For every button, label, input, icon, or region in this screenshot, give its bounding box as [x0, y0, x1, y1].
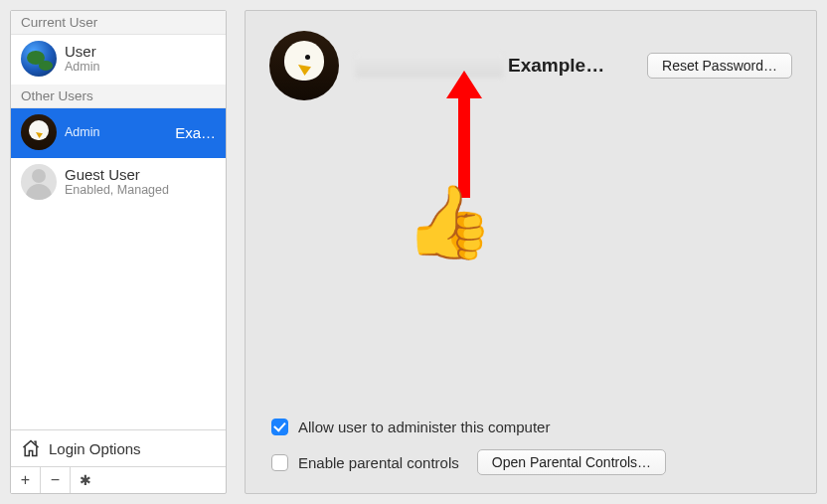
- other-user-1-name: Guest User: [65, 166, 169, 183]
- plus-icon: +: [21, 471, 30, 489]
- silhouette-avatar-icon: [21, 164, 57, 200]
- display-name-suffix: Example…: [508, 55, 604, 77]
- user-actions-button[interactable]: ✱: [71, 467, 100, 493]
- open-parental-controls-button[interactable]: Open Parental Controls…: [477, 449, 666, 475]
- other-user-0-name-extra: Exa…: [107, 124, 216, 141]
- minus-icon: −: [51, 471, 60, 489]
- other-user-0-role: Admin: [65, 125, 99, 139]
- home-icon: [21, 438, 41, 458]
- current-user-name: User: [65, 43, 99, 60]
- thumbs-up-icon: 👍: [405, 180, 494, 264]
- eagle-avatar-icon: [21, 114, 57, 150]
- other-user-1-role: Enabled, Managed: [65, 183, 169, 197]
- parental-controls-label: Enable parental controls: [298, 454, 459, 471]
- login-options-label: Login Options: [49, 440, 141, 457]
- allow-admin-label: Allow user to administer this computer: [298, 419, 550, 435]
- sidebar-toolbar: + − ✱: [11, 466, 226, 493]
- parental-controls-row[interactable]: Enable parental controls: [271, 454, 459, 471]
- user-detail-panel: Example… Reset Password… 👍 Allow user to…: [245, 10, 817, 494]
- current-user-header: Current User: [11, 11, 226, 35]
- reset-password-button[interactable]: Reset Password…: [647, 53, 792, 79]
- allow-admin-row[interactable]: Allow user to administer this computer: [271, 419, 792, 435]
- login-options-row[interactable]: Login Options: [11, 429, 226, 466]
- other-users-header: Other Users: [11, 84, 226, 108]
- current-user-row[interactable]: User Admin: [11, 35, 226, 84]
- add-user-button[interactable]: +: [11, 467, 41, 493]
- redacted-name: [355, 54, 504, 78]
- current-user-role: Admin: [65, 60, 99, 74]
- remove-user-button[interactable]: −: [41, 467, 71, 493]
- gear-icon: ✱: [80, 472, 91, 488]
- users-sidebar: Current User User Admin Other Users Admi…: [10, 10, 227, 494]
- parental-controls-checkbox[interactable]: [271, 454, 288, 471]
- profile-avatar[interactable]: [269, 31, 339, 100]
- other-user-row-1[interactable]: Guest User Enabled, Managed: [11, 158, 226, 208]
- earth-avatar-icon: [21, 41, 57, 77]
- other-user-row-0[interactable]: Admin Exa…: [11, 108, 226, 158]
- allow-admin-checkbox[interactable]: [271, 419, 288, 435]
